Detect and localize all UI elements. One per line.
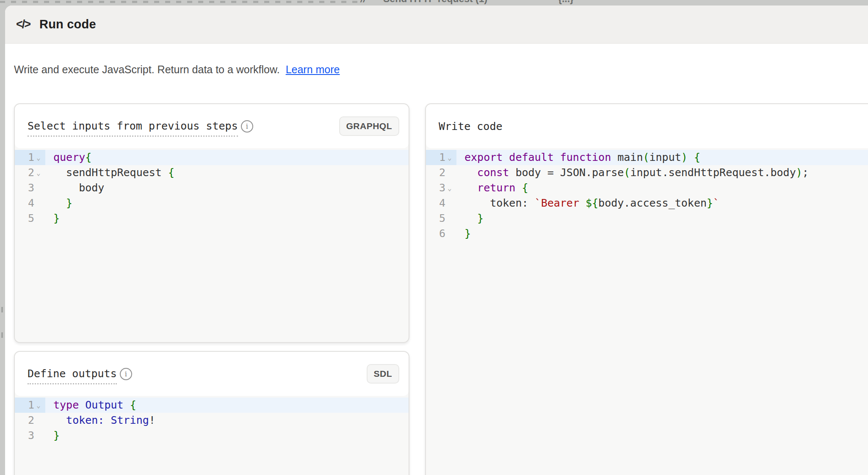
- line-number: 4: [426, 196, 445, 211]
- code-line[interactable]: 5}: [15, 211, 409, 226]
- fold-spacer: [445, 165, 456, 180]
- code-icon: </>: [16, 18, 30, 31]
- outputs-card: Define outputsi SDL 1⌄type Output {2 tok…: [14, 351, 409, 475]
- code-line[interactable]: 3 body: [15, 180, 409, 196]
- code-text: const body = JSON.parse(input.sendHttpRe…: [456, 165, 868, 180]
- fold-spacer: [445, 211, 456, 226]
- code-line[interactable]: 4 token: `Bearer ${body.access_token}`: [426, 196, 868, 211]
- line-number: 6: [426, 226, 445, 241]
- graphql-editor[interactable]: 1⌄query{2⌄ sendHttpRequest {3 body4 }5}: [15, 148, 409, 342]
- line-number: 1: [15, 398, 34, 413]
- code-text: }: [45, 196, 409, 211]
- code-text: }: [45, 428, 409, 443]
- code-line[interactable]: 2 token: String!: [15, 413, 409, 428]
- line-number: 3: [426, 180, 445, 196]
- code-text: }: [456, 211, 868, 226]
- code-line[interactable]: 5 }: [426, 211, 868, 226]
- line-number: 2: [15, 413, 34, 428]
- panel-title: Run code: [39, 17, 96, 31]
- fold-arrow-icon[interactable]: ⌄: [445, 150, 456, 165]
- code-line[interactable]: 6}: [426, 226, 868, 241]
- description: Write and execute JavaScript. Return dat…: [14, 64, 340, 76]
- code-text: }: [45, 211, 409, 226]
- code-text: token: `Bearer ${body.access_token}`: [456, 196, 868, 211]
- sdl-badge: SDL: [367, 364, 400, 384]
- code-text: token: String!: [45, 413, 409, 428]
- code-text: query{: [45, 150, 409, 165]
- code-line[interactable]: 3⌄ return {: [426, 180, 868, 196]
- code-line[interactable]: 1⌄type Output {: [15, 398, 409, 413]
- code-text: sendHttpRequest {: [45, 165, 409, 180]
- js-editor[interactable]: 1⌄export default function main(input) {2…: [426, 148, 868, 475]
- code-text: body: [45, 180, 409, 196]
- fold-spacer: [445, 196, 456, 211]
- info-icon[interactable]: i: [241, 120, 253, 133]
- description-text: Write and execute JavaScript. Return dat…: [14, 64, 280, 75]
- outputs-card-title: Define outputsi: [28, 367, 132, 380]
- write-code-card-header: Write code: [426, 104, 868, 148]
- fold-spacer: [34, 413, 45, 428]
- panel-header: </> Run code: [5, 6, 868, 44]
- code-text: }: [456, 226, 868, 241]
- code-line[interactable]: 2 const body = JSON.parse(input.sendHttp…: [426, 165, 868, 180]
- sdl-editor[interactable]: 1⌄type Output {2 token: String!3}: [15, 396, 409, 475]
- line-number: 3: [15, 180, 34, 196]
- fold-arrow-icon[interactable]: ⌄: [34, 165, 45, 180]
- line-number: 1: [15, 150, 34, 165]
- code-line[interactable]: 4 }: [15, 196, 409, 211]
- graphql-badge: GRAPHQL: [339, 116, 400, 136]
- fold-spacer: [445, 226, 456, 241]
- dashed-border-remnant: [0, 1, 358, 3]
- fold-arrow-icon[interactable]: ⌄: [445, 180, 456, 196]
- background-step-title-remnant: Send HTTP request (1): [383, 0, 487, 5]
- fold-arrow-icon[interactable]: ⌄: [34, 398, 45, 413]
- code-line[interactable]: 2⌄ sendHttpRequest {: [15, 165, 409, 180]
- code-line[interactable]: 3}: [15, 428, 409, 443]
- code-text: export default function main(input) {: [456, 150, 868, 165]
- background-top-strip: // Send HTTP request (1) {...}: [0, 0, 868, 6]
- inputs-card: Select inputs from previous stepsi GRAPH…: [14, 103, 409, 343]
- line-number: 5: [426, 211, 445, 226]
- info-icon[interactable]: i: [120, 368, 132, 380]
- line-number: 3: [15, 428, 34, 443]
- line-number: 5: [15, 211, 34, 226]
- fold-spacer: [34, 211, 45, 226]
- line-number: 2: [15, 165, 34, 180]
- code-line[interactable]: 1⌄export default function main(input) {: [426, 150, 868, 165]
- write-code-card: Write code 1⌄export default function mai…: [425, 103, 868, 475]
- line-number: 2: [426, 165, 445, 180]
- line-number: 1: [426, 150, 445, 165]
- run-code-panel: </> Run code Write and execute JavaScrip…: [5, 6, 868, 475]
- background-left-strip: [0, 6, 5, 475]
- fold-spacer: [34, 180, 45, 196]
- code-icon-remnant: //: [359, 0, 368, 5]
- fold-arrow-icon[interactable]: ⌄: [34, 150, 45, 165]
- learn-more-link[interactable]: Learn more: [286, 64, 340, 75]
- screen: // Send HTTP request (1) {...} </> Run c…: [0, 0, 868, 475]
- inputs-card-title: Select inputs from previous stepsi: [28, 120, 253, 133]
- code-line[interactable]: 1⌄query{: [15, 150, 409, 165]
- outputs-card-header: Define outputsi SDL: [15, 352, 409, 396]
- write-code-card-title: Write code: [439, 120, 503, 133]
- code-text: type Output {: [45, 398, 409, 413]
- fold-spacer: [34, 196, 45, 211]
- fold-spacer: [34, 428, 45, 443]
- inputs-card-header: Select inputs from previous stepsi GRAPH…: [15, 104, 409, 148]
- line-number: 4: [15, 196, 34, 211]
- code-text: return {: [456, 180, 868, 196]
- background-braces-remnant: {...}: [558, 0, 574, 5]
